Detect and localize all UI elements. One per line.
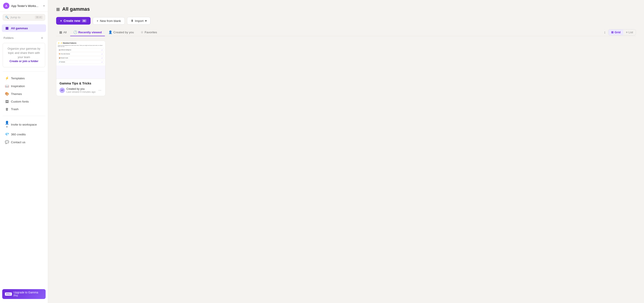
sidebar-divider-2 <box>3 116 45 116</box>
sidebar-item-label-all-gammas: All gammas <box>11 26 28 30</box>
gamma-card[interactable]: ✨ ✨ Standout features These are the feat… <box>56 41 106 96</box>
folder-empty-state: Organize your gammas by topic and share … <box>3 43 45 67</box>
card-title: Gamma Tips & Tricks <box>60 82 102 85</box>
tab-favorites-icon: ☆ <box>141 30 144 34</box>
sidebar-item-label-custom-fonts: Custom fonts <box>11 100 29 103</box>
new-from-blank-button[interactable]: + New from blank <box>93 17 125 24</box>
workspace-header[interactable]: A App Tester's Works... ▾ <box>0 0 48 12</box>
sidebar-item-trash[interactable]: 🗑 Trash <box>2 105 46 113</box>
page-header: ▦ All gammas <box>56 6 636 12</box>
sort-button[interactable]: ↕ <box>602 29 607 35</box>
sidebar-item-label-inspiration: Inspiration <box>11 84 25 88</box>
create-new-button[interactable]: + Create new AI <box>56 17 90 24</box>
fonts-icon: 🖼 <box>5 100 9 103</box>
ai-badge: AI <box>82 19 86 22</box>
footer-nav: 👤+ Invite to workspace 💎 360 credits 💬 C… <box>0 117 48 147</box>
gamma-grid: ✨ ✨ Standout features These are the feat… <box>56 41 636 96</box>
main-nav: ▦ All gammas <box>0 23 48 33</box>
tab-created-by-you[interactable]: 👤 Created by you <box>105 29 137 36</box>
tab-created-by-you-icon: 👤 <box>108 30 112 34</box>
sidebar-divider-1 <box>3 71 45 71</box>
create-plus-icon: + <box>60 19 62 22</box>
author-avatar: AT <box>60 88 65 93</box>
sidebar-item-label-templates: Templates <box>11 77 25 80</box>
chevron-down-icon: ▾ <box>44 4 45 7</box>
sidebar-item-all-gammas[interactable]: ▦ All gammas <box>2 24 46 32</box>
card-author: AT Created by you Last viewed 4 minutes … <box>60 87 96 93</box>
grid-view-label: Grid <box>614 31 620 34</box>
tab-all-icon: ▦ <box>59 30 62 34</box>
preview-item-1: 🤖 Artificial intelligence ✓ <box>58 48 104 52</box>
card-footer: AT Created by you Last viewed 4 minutes … <box>60 87 102 93</box>
bottom-nav: ⚡ Templates 📖 Inspiration 🎨 Themes 🖼 Cus… <box>0 73 48 114</box>
themes-icon: 🎨 <box>5 92 9 96</box>
preview-title: ✨ ✨ Standout features <box>58 42 104 44</box>
create-join-folder-link[interactable]: Create or join a folder <box>10 60 38 63</box>
upgrade-banner[interactable]: PRO Upgrade to Gamma Pro <box>2 289 46 299</box>
grid-view-button[interactable]: ⊞ Grid <box>608 29 623 35</box>
tab-created-by-you-label: Created by you <box>113 31 134 34</box>
author-name: Created by you <box>66 87 96 90</box>
folders-label: Folders <box>4 36 14 39</box>
sidebar-item-inspiration[interactable]: 📖 Inspiration <box>2 82 46 90</box>
tab-favorites[interactable]: ☆ Favorites <box>138 29 160 36</box>
create-new-label: Create new <box>64 19 80 22</box>
card-more-button[interactable]: ··· <box>98 88 102 93</box>
list-view-icon: ≡ <box>626 31 628 34</box>
import-icon: ⬆ <box>131 19 134 22</box>
sidebar-item-label-invite: Invite to workspace <box>11 123 37 126</box>
author-info: Created by you Last viewed 4 minutes ago <box>66 87 96 93</box>
tab-all[interactable]: ▦ All <box>56 29 70 36</box>
view-toggle: ⊞ Grid ≡ List <box>608 29 636 35</box>
contact-icon: 💬 <box>5 140 9 144</box>
sidebar-item-themes[interactable]: 🎨 Themes <box>2 90 46 98</box>
sidebar-bottom: PRO Upgrade to Gamma Pro <box>0 287 48 303</box>
sidebar-item-custom-fonts[interactable]: 🖼 Custom fonts <box>2 98 46 105</box>
sidebar-item-label-credits: 360 credits <box>11 133 26 136</box>
sidebar-item-label-contact: Contact us <box>11 141 26 144</box>
preview-item-3: 📦 Nested Cards ✓ <box>58 56 104 60</box>
import-chevron-icon: ▾ <box>145 19 147 22</box>
filter-tabs: ▦ All 🕐 Recently viewed 👤 Created by you… <box>56 29 636 36</box>
tab-recently-viewed[interactable]: 🕐 Recently viewed <box>70 29 105 36</box>
card-preview-inner: ✨ ✨ Standout features These are the feat… <box>56 41 105 65</box>
folder-empty-text: Organize your gammas by topic and share … <box>8 47 40 59</box>
import-button[interactable]: ⬆ Import ▾ <box>127 17 150 24</box>
grid-view-icon: ⊞ <box>611 31 614 34</box>
card-info: Gamma Tips & Tricks AT Created by you La… <box>56 79 105 96</box>
card-preview: ✨ ✨ Standout features These are the feat… <box>56 41 105 79</box>
preview-subtitle: These are the features our users love mo… <box>58 45 104 47</box>
new-blank-icon: + <box>96 19 98 22</box>
tab-recently-viewed-icon: 🕐 <box>73 30 77 34</box>
page-title: All gammas <box>62 6 90 12</box>
trash-icon: 🗑 <box>5 107 9 111</box>
tab-all-label: All <box>63 31 67 34</box>
preview-item-4: 🔗 Embeds ✓ <box>58 60 104 64</box>
book-icon: 📖 <box>5 84 9 88</box>
workspace-avatar: A <box>3 3 10 9</box>
list-view-button[interactable]: ≡ List <box>623 29 636 35</box>
pro-badge: PRO <box>5 293 12 296</box>
sidebar: A App Tester's Works... ▾ 🔍 Jump to ⌘+K … <box>0 0 48 303</box>
upgrade-label: Upgrade to Gamma Pro <box>14 291 43 297</box>
search-bar[interactable]: 🔍 Jump to ⌘+K <box>3 14 45 20</box>
grid-icon: ▦ <box>5 26 9 30</box>
sidebar-item-contact[interactable]: 💬 Contact us <box>2 138 46 146</box>
lightning-icon: ⚡ <box>5 76 9 80</box>
tab-recently-viewed-label: Recently viewed <box>78 31 102 34</box>
view-controls: ↕ ⊞ Grid ≡ List <box>602 29 636 35</box>
sidebar-item-invite[interactable]: 👤+ Invite to workspace <box>2 119 46 130</box>
new-from-blank-label: New from blank <box>100 19 121 22</box>
folders-section: Folders + <box>0 33 48 41</box>
sidebar-item-templates[interactable]: ⚡ Templates <box>2 74 46 82</box>
invite-icon: 👤+ <box>5 121 9 128</box>
credits-icon: 💎 <box>5 132 9 136</box>
toolbar: + Create new AI + New from blank ⬆ Impor… <box>56 17 636 24</box>
page-title-icon: ▦ <box>56 7 60 12</box>
import-label: Import <box>135 19 144 22</box>
sidebar-item-credits[interactable]: 💎 360 credits <box>2 130 46 138</box>
add-folder-button[interactable]: + <box>40 36 44 40</box>
search-shortcut: ⌘+K <box>35 16 43 19</box>
workspace-name: App Tester's Works... <box>11 4 44 7</box>
tab-favorites-label: Favorites <box>145 31 157 34</box>
